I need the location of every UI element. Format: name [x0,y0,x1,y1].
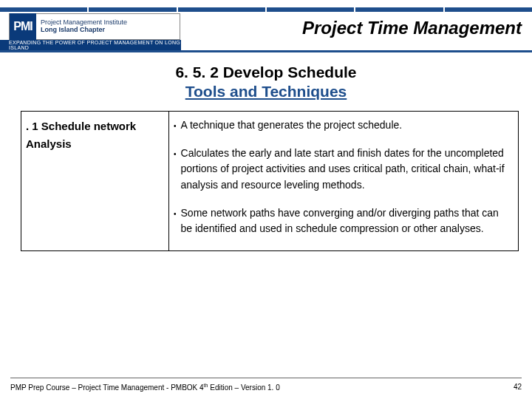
list-item: •Calculates the early and late start and… [174,146,512,194]
list-item: •A technique that generates the project … [174,117,512,134]
footer-text-suffix: Edition – Version 1. 0 [208,383,279,392]
content-table-wrap: . 1 Schedule network Analysis •A techniq… [0,100,532,251]
logo-line2: Long Island Chapter [41,27,175,34]
section-heading: 6. 5. 2 Develop Schedule Tools and Techn… [0,64,532,100]
page-number: 42 [514,383,522,392]
footer-row: PMP Prep Course – Project Time Managemen… [10,383,522,392]
bullet-text: A technique that generates the project s… [181,117,403,134]
footer: PMP Prep Course – Project Time Managemen… [0,378,532,399]
decorative-stripes [0,7,532,12]
section-number: 6. 5. 2 Develop Schedule [0,64,532,81]
slide: PMI Project Management Institute Long Is… [0,0,532,399]
header: PMI Project Management Institute Long Is… [0,0,532,53]
bullet-icon: • [174,146,177,194]
footer-rule [10,378,522,378]
tagline-bar: EXPANDING THE POWER OF PROJECT MANAGEMEN… [0,40,181,50]
bullet-text: Some network paths have converging and/o… [181,205,512,237]
bullet-list: •A technique that generates the project … [174,117,512,237]
bullet-icon: • [174,205,177,237]
pmi-logo: PMI Project Management Institute Long Is… [9,13,180,40]
row-label: . 1 Schedule network Analysis [21,112,169,251]
header-rule [0,50,532,52]
logo-initials: PMI [10,13,36,40]
logo-text: Project Management Institute Long Island… [36,18,180,35]
section-subtitle: Tools and Techniques [0,83,532,100]
list-item: •Some network paths have converging and/… [174,205,512,237]
content-table: . 1 Schedule network Analysis •A techniq… [21,111,519,251]
footer-text-prefix: PMP Prep Course – Project Time Managemen… [10,383,204,392]
footer-left: PMP Prep Course – Project Time Managemen… [10,383,280,392]
page-title: Project Time Management [302,18,522,38]
bullet-icon: • [174,117,177,134]
table-row: . 1 Schedule network Analysis •A techniq… [21,112,519,251]
bullet-text: Calculates the early and late start and … [181,146,512,194]
row-content: •A technique that generates the project … [169,112,519,251]
